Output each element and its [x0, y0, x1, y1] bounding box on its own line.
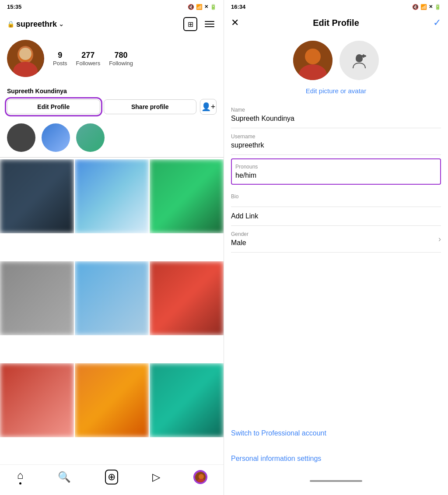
right-status-icons: 🔇 📶 ✕ 🔋	[412, 4, 441, 10]
nav-home[interactable]: ⌂	[17, 469, 24, 484]
profile-name: Supreeth Koundinya	[0, 88, 224, 95]
add-link-field[interactable]: Add Link	[231, 207, 441, 226]
photo-4	[0, 261, 74, 335]
username-field[interactable]: Username supreethrk	[231, 128, 441, 155]
gender-value: Male	[231, 239, 248, 247]
menu-line-1	[205, 21, 214, 22]
svg-point-9	[305, 49, 321, 64]
followers-label: Followers	[76, 60, 101, 67]
photo-1	[0, 159, 74, 233]
name-value: Supreeth Koundinya	[231, 115, 441, 123]
following-label: Following	[109, 60, 133, 67]
gender-field[interactable]: Gender Male ›	[231, 226, 441, 253]
followers-count: 277	[81, 51, 94, 60]
share-profile-button[interactable]: Share profile	[104, 99, 197, 114]
pronouns-value: he/him	[235, 172, 437, 179]
bottom-nav: ⌂ 🔍 ⊕ ▷	[0, 464, 224, 495]
photo-cell-5[interactable]	[75, 261, 149, 335]
edit-picture-link[interactable]: Edit picture or avatar	[224, 84, 448, 102]
photo-2	[75, 159, 149, 233]
photo-cell-7[interactable]	[0, 363, 74, 437]
photo-cell-8[interactable]	[75, 363, 149, 437]
left-top-bar: 🔒 supreethrk ⌄ ⊞	[0, 14, 224, 35]
grid-divider	[0, 157, 224, 158]
photo-cell-4[interactable]	[0, 261, 74, 335]
svg-point-4	[19, 48, 32, 60]
save-check-button[interactable]: ✓	[433, 17, 441, 28]
profile-section: 9 Posts 277 Followers 780 Following	[0, 35, 224, 88]
pronouns-field[interactable]: Pronouns he/him	[231, 158, 441, 185]
right-status-bar: 16:34 🔇 📶 ✕ 🔋	[224, 0, 448, 14]
bio-field[interactable]: Bio	[231, 188, 441, 207]
photo-cell-3[interactable]	[150, 159, 224, 233]
gender-left: Gender Male	[231, 231, 248, 247]
home-indicator	[310, 480, 362, 482]
edit-profile-title: Edit Profile	[313, 18, 359, 28]
personal-info-link[interactable]: Personal information settings	[224, 446, 448, 471]
bio-label: Bio	[231, 193, 441, 200]
right-battery-icon: 🔋	[434, 4, 441, 10]
following-stat[interactable]: 780 Following	[109, 51, 133, 67]
nav-add[interactable]: ⊕	[105, 470, 118, 484]
username-area[interactable]: 🔒 supreethrk ⌄	[7, 20, 64, 29]
menu-line-2	[205, 24, 214, 25]
photo-5	[75, 261, 149, 335]
photo-cell-9[interactable]	[150, 363, 224, 437]
highlight-item-2[interactable]	[42, 123, 70, 152]
photo-cell-6[interactable]	[150, 261, 224, 335]
chevron-right-icon: ›	[438, 235, 441, 244]
username-text: supreethrk	[16, 20, 57, 29]
edit-profile-top-bar: ✕ Edit Profile ✓	[224, 14, 448, 34]
profile-row: 9 Posts 277 Followers 780 Following	[7, 40, 217, 77]
avatar-section	[224, 34, 448, 84]
nav-profile[interactable]	[194, 471, 206, 483]
nav-search[interactable]: 🔍	[58, 471, 71, 483]
switch-professional-link[interactable]: Switch to Professional account	[224, 421, 448, 446]
posts-stat[interactable]: 9 Posts	[53, 51, 67, 67]
followers-stat[interactable]: 277 Followers	[76, 51, 101, 67]
username-value: supreethrk	[231, 141, 441, 149]
avatar	[7, 40, 44, 77]
right-mute-icon: 🔇	[412, 4, 419, 10]
pronouns-label: Pronouns	[235, 164, 437, 170]
add-person-button[interactable]: 👤+	[200, 99, 217, 115]
right-signal-icon: ✕	[429, 4, 433, 10]
pronouns-field-wrapper: Pronouns he/him	[231, 155, 441, 188]
svg-rect-12	[363, 54, 364, 58]
highlight-item-1[interactable]	[7, 123, 35, 152]
photo-cell-1[interactable]	[0, 159, 74, 233]
reels-icon: ▷	[152, 471, 160, 483]
form-section: Name Supreeth Koundinya Username supreet…	[224, 102, 448, 421]
add-link-value: Add Link	[231, 212, 441, 220]
mute-icon: 🔇	[188, 4, 194, 10]
menu-line-3	[205, 26, 214, 27]
photo-8	[75, 363, 149, 437]
svg-point-6	[199, 474, 204, 479]
close-button[interactable]: ✕	[231, 17, 239, 28]
highlights-row	[0, 120, 224, 157]
right-panel: 16:34 🔇 📶 ✕ 🔋 ✕ Edit Profile ✓	[224, 0, 448, 495]
home-icon: ⌂	[17, 469, 24, 481]
photos-grid	[0, 159, 224, 464]
stats-row: 9 Posts 277 Followers 780 Following	[53, 51, 133, 67]
photo-cell-2[interactable]	[75, 159, 149, 233]
search-icon: 🔍	[58, 471, 71, 483]
lock-icon: 🔒	[7, 21, 14, 28]
gender-label: Gender	[231, 231, 248, 237]
edit-profile-button[interactable]: Edit Profile	[7, 99, 100, 114]
left-status-bar: 15:35 🔇 📶 ✕ 🔋	[0, 0, 224, 14]
photo-7	[0, 363, 74, 437]
name-field[interactable]: Name Supreeth Koundinya	[231, 102, 441, 128]
highlight-circle-1	[7, 123, 35, 152]
name-label: Name	[231, 107, 441, 113]
photo-3	[150, 159, 224, 233]
top-bar-icons: ⊞	[183, 17, 217, 31]
left-panel: 15:35 🔇 📶 ✕ 🔋 🔒 supreethrk ⌄ ⊞	[0, 0, 224, 495]
battery-icon: 🔋	[210, 4, 217, 10]
menu-button[interactable]	[203, 17, 217, 31]
nav-reels[interactable]: ▷	[152, 471, 160, 483]
plus-square-icon: ⊞	[188, 20, 193, 28]
highlight-item-3[interactable]	[76, 123, 105, 152]
highlight-circle-3	[76, 123, 105, 152]
add-post-button[interactable]: ⊞	[183, 17, 197, 31]
